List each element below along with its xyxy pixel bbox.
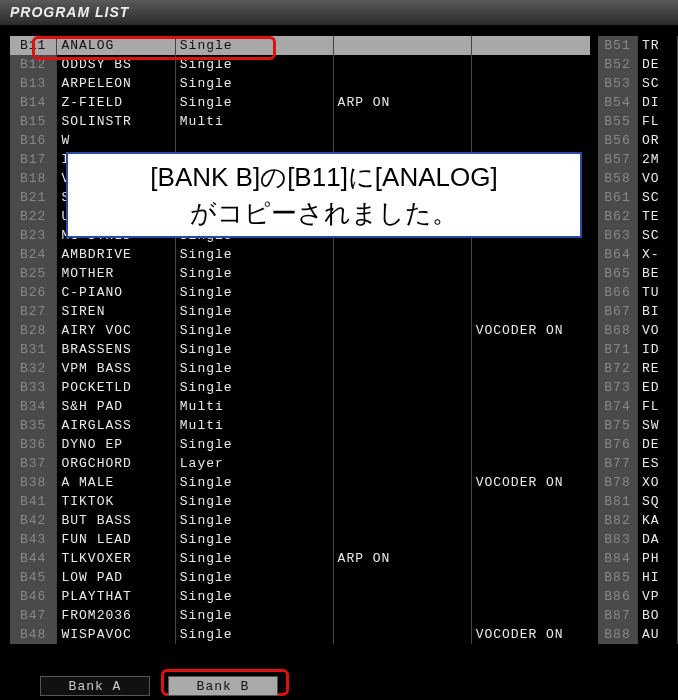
table-row[interactable]: B35AIRGLASSMulti xyxy=(10,416,590,435)
table-row[interactable]: B45LOW PADSingle xyxy=(10,568,590,587)
table-row[interactable]: B85HI xyxy=(598,568,678,587)
table-row[interactable]: B68VO xyxy=(598,321,678,340)
program-id: B77 xyxy=(598,454,638,473)
program-id: B54 xyxy=(598,93,638,112)
program-name: TR xyxy=(638,36,678,55)
table-row[interactable]: B37ORGCHORDLayer xyxy=(10,454,590,473)
program-flag1 xyxy=(334,492,472,511)
program-name: FUN LEAD xyxy=(57,530,175,549)
table-row[interactable]: B48WISPAVOCSingleVOCODER ON xyxy=(10,625,590,644)
table-row[interactable]: B24AMBDRIVESingle xyxy=(10,245,590,264)
table-row[interactable]: B46PLAYTHATSingle xyxy=(10,587,590,606)
table-row[interactable]: B76DE xyxy=(598,435,678,454)
table-row[interactable]: B81SQ xyxy=(598,492,678,511)
table-row[interactable]: B72RE xyxy=(598,359,678,378)
table-row[interactable]: B88AU xyxy=(598,625,678,644)
table-row[interactable]: B25MOTHERSingle xyxy=(10,264,590,283)
table-row[interactable]: B64X- xyxy=(598,245,678,264)
program-name: SOLINSTR xyxy=(57,112,175,131)
program-id: B83 xyxy=(598,530,638,549)
table-row[interactable]: B83DA xyxy=(598,530,678,549)
table-row[interactable]: B33POCKETLDSingle xyxy=(10,378,590,397)
table-row[interactable]: B84PH xyxy=(598,549,678,568)
table-row[interactable]: B26C-PIANOSingle xyxy=(10,283,590,302)
table-row[interactable]: B73ED xyxy=(598,378,678,397)
program-mode: Single xyxy=(176,606,334,625)
program-flag1 xyxy=(334,416,472,435)
table-row[interactable]: B87BO xyxy=(598,606,678,625)
table-row[interactable]: B51TR xyxy=(598,36,678,55)
program-name: C-PIANO xyxy=(57,283,175,302)
table-row[interactable]: B56OR xyxy=(598,131,678,150)
copy-confirmation-overlay: [BANK B]の[B11]に[ANALOG] がコピーされました。 xyxy=(66,152,582,238)
table-row[interactable]: B42BUT BASSSingle xyxy=(10,511,590,530)
bank-a-tab[interactable]: Bank A xyxy=(40,676,150,696)
program-name: AMBDRIVE xyxy=(57,245,175,264)
table-row[interactable]: B78XO xyxy=(598,473,678,492)
table-row[interactable]: B27SIRENSingle xyxy=(10,302,590,321)
program-mode: Single xyxy=(176,359,334,378)
program-flag1 xyxy=(334,378,472,397)
content-area: B11ANALOGSingleB12ODDSY BSSingleB13ARPEL… xyxy=(0,26,678,644)
table-row[interactable]: B82KA xyxy=(598,511,678,530)
table-row[interactable]: B14Z-FIELDSingleARP ON xyxy=(10,93,590,112)
table-row[interactable]: B13ARPELEONSingle xyxy=(10,74,590,93)
table-row[interactable]: B44TLKVOXERSingleARP ON xyxy=(10,549,590,568)
program-mode: Single xyxy=(176,36,334,55)
table-row[interactable]: B15SOLINSTRMulti xyxy=(10,112,590,131)
table-row[interactable]: B55FL xyxy=(598,112,678,131)
table-row[interactable]: B34S&H PADMulti xyxy=(10,397,590,416)
table-row[interactable]: B86VP xyxy=(598,587,678,606)
table-row[interactable]: B63SC xyxy=(598,226,678,245)
program-name: DE xyxy=(638,435,678,454)
table-row[interactable]: B41TIKTOKSingle xyxy=(10,492,590,511)
table-row[interactable]: B572M xyxy=(598,150,678,169)
program-name: VO xyxy=(638,321,678,340)
table-row[interactable]: B47FROM2036Single xyxy=(10,606,590,625)
program-name: WISPAVOC xyxy=(57,625,175,644)
program-id: B82 xyxy=(598,511,638,530)
table-row[interactable]: B67BI xyxy=(598,302,678,321)
table-row[interactable]: B38A MALESingleVOCODER ON xyxy=(10,473,590,492)
program-id: B57 xyxy=(598,150,638,169)
table-row[interactable]: B66TU xyxy=(598,283,678,302)
program-name: ED xyxy=(638,378,678,397)
program-flag2 xyxy=(472,93,590,112)
table-row[interactable]: B75SW xyxy=(598,416,678,435)
table-row[interactable]: B62TE xyxy=(598,207,678,226)
program-id: B17 xyxy=(10,150,57,169)
table-row[interactable]: B43FUN LEADSingle xyxy=(10,530,590,549)
table-row[interactable]: B71ID xyxy=(598,340,678,359)
table-row[interactable]: B11ANALOGSingle xyxy=(10,36,590,55)
program-flag1 xyxy=(334,511,472,530)
table-row[interactable]: B36DYNO EPSingle xyxy=(10,435,590,454)
program-mode: Single xyxy=(176,302,334,321)
bank-b-tab[interactable]: Bank B xyxy=(168,676,278,696)
program-name: SC xyxy=(638,74,678,93)
program-id: B23 xyxy=(10,226,57,245)
table-row[interactable]: B28AIRY VOCSingleVOCODER ON xyxy=(10,321,590,340)
program-flag2: VOCODER ON xyxy=(472,473,590,492)
table-row[interactable]: B32VPM BASSSingle xyxy=(10,359,590,378)
program-flag2 xyxy=(472,55,590,74)
table-row[interactable]: B58VO xyxy=(598,169,678,188)
program-name: VP xyxy=(638,587,678,606)
bank-tabs: Bank A Bank B xyxy=(40,676,278,696)
table-row[interactable]: B65BE xyxy=(598,264,678,283)
table-row[interactable]: B31BRASSENSSingle xyxy=(10,340,590,359)
table-row[interactable]: B53SC xyxy=(598,74,678,93)
program-id: B14 xyxy=(10,93,57,112)
table-row[interactable]: B16W xyxy=(10,131,590,150)
program-id: B74 xyxy=(598,397,638,416)
program-name: PLAYTHAT xyxy=(57,587,175,606)
program-flag2 xyxy=(472,587,590,606)
table-row[interactable]: B74FL xyxy=(598,397,678,416)
program-id: B21 xyxy=(10,188,57,207)
table-row[interactable]: B77ES xyxy=(598,454,678,473)
table-row[interactable]: B52DE xyxy=(598,55,678,74)
table-row[interactable]: B12ODDSY BSSingle xyxy=(10,55,590,74)
table-row[interactable]: B61SC xyxy=(598,188,678,207)
program-name: PH xyxy=(638,549,678,568)
program-name: RE xyxy=(638,359,678,378)
table-row[interactable]: B54DI xyxy=(598,93,678,112)
